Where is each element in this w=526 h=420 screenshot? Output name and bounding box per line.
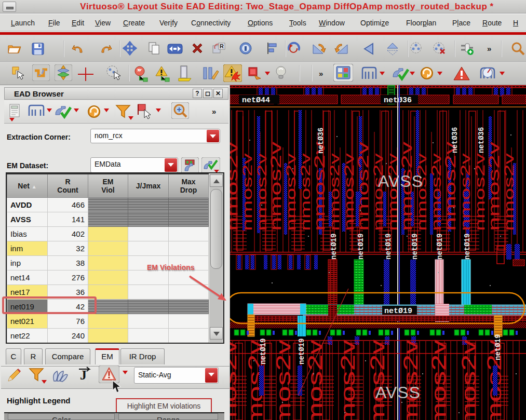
svg-text:netØ36: netØ36 [451,127,459,153]
svg-text:nmos2v: nmos2v [473,153,487,231]
svg-text:nmos2v: nmos2v [337,340,359,420]
svg-text:nmos2v: nmos2v [311,141,328,231]
svg-text:nmos2v: nmos2v [327,153,342,231]
svg-text:netØ36: netØ36 [317,128,325,154]
svg-text:nmos2v: nmos2v [428,340,450,420]
svg-text:nmos2v: nmos2v [254,153,269,231]
svg-text:AVSS: AVSS [375,383,421,402]
svg-text:netØ19: netØ19 [330,234,338,260]
svg-text:netØ19: netØ19 [411,234,419,260]
svg-text:nmos2v: nmos2v [485,141,502,231]
svg-text:nmos2v: nmos2v [230,141,240,231]
svg-text:nmos2v: nmos2v [458,153,473,231]
svg-text:nmos2v: nmos2v [304,340,326,420]
svg-text:J: J [80,368,87,382]
svg-text:nmos2v: nmos2v [273,340,294,420]
svg-text:netØ19: netØ19 [384,234,393,260]
svg-text:netØ44: netØ44 [242,96,270,105]
svg-text:nmos2v: nmos2v [414,153,429,231]
svg-text:netØ36: netØ36 [477,127,485,153]
svg-text:netØ19: netØ19 [463,234,471,260]
svg-text:nmos2v: nmos2v [355,141,371,231]
svg-text:nmos2v: nmos2v [367,340,388,420]
svg-text:AVSS: AVSS [378,172,423,191]
svg-text:nmos2v: nmos2v [240,153,254,231]
svg-text:netØ19: netØ19 [298,338,306,364]
svg-text:nmos2v: nmos2v [400,340,422,420]
svg-text:nmos2v: nmos2v [342,153,356,231]
svg-text:nmos2v: nmos2v [298,153,313,231]
svg-text:nmos2v: nmos2v [284,153,298,231]
svg-text:netØ19: netØ19 [357,234,365,260]
svg-text:netØ19: netØ19 [436,234,444,260]
svg-text:nmos2v: nmos2v [442,141,458,231]
svg-text:netØ19: netØ19 [259,338,267,364]
svg-text:nmos2v: nmos2v [267,141,284,231]
svg-text:netØ19: netØ19 [384,307,412,316]
svg-text:nmos2v: nmos2v [230,340,240,420]
svg-text:nmos2v: nmos2v [429,153,443,231]
svg-text:nmos2v: nmos2v [502,153,516,231]
svg-text:R: R [220,43,224,49]
svg-text:nmos2v: nmos2v [458,340,480,420]
svg-text:nmos2v: nmos2v [371,153,385,231]
svg-text:netØ19: netØ19 [494,334,502,360]
